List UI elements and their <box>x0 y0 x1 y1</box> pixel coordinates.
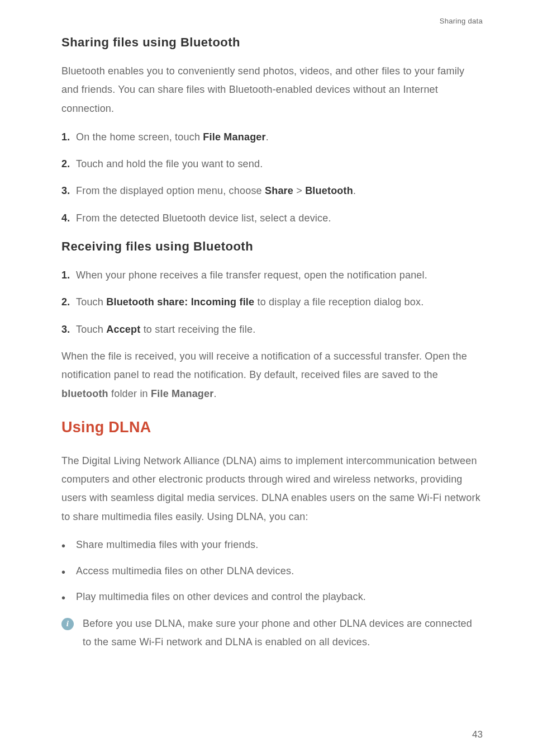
step-item: 1. When your phone receives a file trans… <box>61 266 483 285</box>
step-item: 2. Touch Bluetooth share: Incoming file … <box>61 293 483 311</box>
info-icon: i <box>61 618 74 630</box>
step-text: On the home screen, touch File Manager. <box>76 128 483 147</box>
bullet-item: • Access multimedia files on other DLNA … <box>61 563 483 580</box>
section-heading-receiving: Receiving files using Bluetooth <box>61 239 483 254</box>
step-item: 3. From the displayed option menu, choos… <box>61 182 483 200</box>
step-item: 2. Touch and hold the file you want to s… <box>61 155 483 173</box>
step-item: 3. Touch Accept to start receiving the f… <box>61 320 483 339</box>
step-number: 1. <box>61 128 76 147</box>
step-text: Touch Bluetooth share: Incoming file to … <box>76 293 483 311</box>
page-number: 43 <box>472 729 483 740</box>
section-heading-sharing: Sharing files using Bluetooth <box>61 35 483 50</box>
section-heading-dlna: Using DLNA <box>61 419 483 436</box>
bullet-icon: • <box>61 540 76 551</box>
step-text: Touch and hold the file you want to send… <box>76 155 483 173</box>
bullet-text: Play multimedia files on other devices a… <box>76 588 366 606</box>
step-text: Touch Accept to start receiving the file… <box>76 320 483 339</box>
section3-intro: The Digital Living Network Alliance (DLN… <box>61 452 483 526</box>
step-item: 4. From the detected Bluetooth device li… <box>61 209 483 228</box>
bullet-item: • Play multimedia files on other devices… <box>61 588 483 606</box>
step-item: 1. On the home screen, touch File Manage… <box>61 128 483 147</box>
info-callout: i Before you use DLNA, make sure your ph… <box>61 615 483 652</box>
step-number: 2. <box>61 155 76 173</box>
bullet-text: Access multimedia files on other DLNA de… <box>76 563 294 580</box>
bullet-icon: • <box>61 592 76 603</box>
section2-outro: When the file is received, you will rece… <box>61 347 483 403</box>
info-text: Before you use DLNA, make sure your phon… <box>83 615 483 652</box>
running-header: Sharing data <box>61 17 483 25</box>
step-number: 2. <box>61 293 76 311</box>
step-number: 3. <box>61 182 76 200</box>
step-text: From the detected Bluetooth device list,… <box>76 209 483 228</box>
step-text: From the displayed option menu, choose S… <box>76 182 483 200</box>
section1-intro: Bluetooth enables you to conveniently se… <box>61 62 483 118</box>
bullet-icon: • <box>61 566 76 578</box>
step-number: 4. <box>61 209 76 228</box>
step-number: 3. <box>61 320 76 339</box>
step-text: When your phone receives a file transfer… <box>76 266 483 285</box>
step-number: 1. <box>61 266 76 285</box>
bullet-text: Share multimedia files with your friends… <box>76 536 258 554</box>
page-content: Sharing data Sharing files using Bluetoo… <box>0 0 533 651</box>
bullet-item: • Share multimedia files with your frien… <box>61 536 483 554</box>
